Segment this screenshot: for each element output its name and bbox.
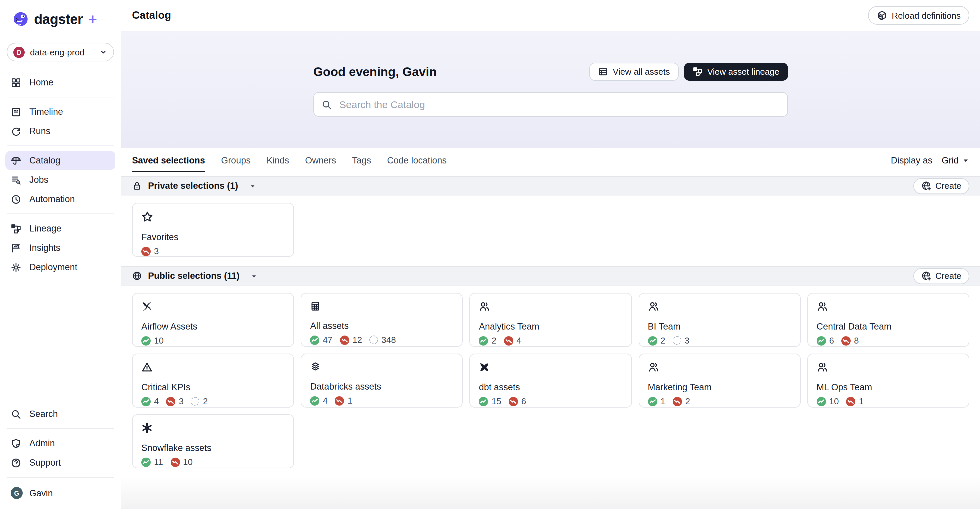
caret-down-icon <box>962 156 969 164</box>
sidebar-item-lineage[interactable]: Lineage <box>0 219 121 238</box>
selection-card-title: Snowflake assets <box>142 443 285 453</box>
materialized-success-icon <box>142 457 151 467</box>
sidebar-item-label: Admin <box>29 438 55 448</box>
sidebar-item-runs[interactable]: Runs <box>0 121 121 141</box>
tab-groups[interactable]: Groups <box>221 148 251 172</box>
status-count-success: 4 <box>310 396 327 405</box>
sidebar-item-jobs[interactable]: Jobs <box>0 170 121 190</box>
view-asset-lineage-label: View asset lineage <box>707 67 780 77</box>
status-count-failed: 3 <box>166 396 183 406</box>
status-count-value: 10 <box>154 335 164 346</box>
catalog-icon <box>11 155 21 166</box>
table-icon <box>598 67 608 77</box>
sidebar-item-label: Support <box>29 458 61 468</box>
asset-status-counts: 4 3 2 <box>142 396 285 406</box>
status-count-failed: 4 <box>504 335 521 346</box>
tab-owners[interactable]: Owners <box>305 148 336 172</box>
selection-card[interactable]: Central Data Team 6 8 <box>807 293 969 347</box>
bottom-scroll-fade <box>121 477 980 509</box>
sidebar-item-label: Insights <box>29 243 60 253</box>
timeline-icon <box>11 106 21 117</box>
status-count-value: 2 <box>685 396 690 406</box>
brand-plus-badge: + <box>88 12 97 27</box>
asset-status-counts: 3 <box>142 246 285 256</box>
materialized-success-icon <box>142 336 151 345</box>
selection-card[interactable]: dbt assets 15 6 <box>470 354 632 408</box>
sidebar-footer: Search Admin Support G Gavin <box>0 404 121 509</box>
workspace-selector[interactable]: D data-eng-prod <box>7 43 114 61</box>
status-count-value: 348 <box>381 335 396 345</box>
sidebar-item-label: Lineage <box>29 223 61 233</box>
greeting-text: Good evening, Gavin <box>313 64 437 79</box>
sidebar-item-deployment[interactable]: Deployment <box>0 257 121 277</box>
layers-icon <box>310 362 453 372</box>
sidebar-item-automation[interactable]: Automation <box>0 190 121 209</box>
sidebar-item-label: Deployment <box>29 262 77 272</box>
workspace-avatar: D <box>13 46 25 58</box>
dagster-logo-icon <box>12 11 29 28</box>
tab-code-locations[interactable]: Code locations <box>387 148 447 172</box>
status-count-value: 3 <box>179 396 183 406</box>
tab-saved-selections[interactable]: Saved selections <box>132 148 205 172</box>
sidebar-item-search[interactable]: Search <box>0 404 63 424</box>
selection-card[interactable]: Snowflake assets 11 10 <box>132 414 294 468</box>
create-button-label: Create <box>935 271 961 281</box>
display-mode-dropdown[interactable]: Grid <box>942 155 969 165</box>
status-count-value: 15 <box>492 396 501 406</box>
tab-kinds[interactable]: Kinds <box>267 148 290 172</box>
selection-card[interactable]: Favorites 3 <box>132 203 294 257</box>
sidebar-item-support[interactable]: Support <box>0 453 66 472</box>
sidebar-item-catalog[interactable]: Catalog <box>5 151 115 170</box>
section-header: Public selections (11) Create <box>121 266 980 286</box>
status-count-success: 47 <box>310 335 332 345</box>
tab-tags[interactable]: Tags <box>352 148 371 172</box>
sidebar-divider <box>7 145 114 146</box>
selection-card-title: ML Ops Team <box>817 382 960 392</box>
view-all-assets-button[interactable]: View all assets <box>589 63 679 81</box>
selection-card[interactable]: Analytics Team 2 4 <box>470 293 632 347</box>
app-window: dagster + D data-eng-prod Home Timeline … <box>0 0 980 509</box>
asset-status-counts: 1 2 <box>648 396 791 406</box>
user-menu[interactable]: G Gavin <box>0 482 121 504</box>
sidebar-item-admin[interactable]: Admin <box>0 434 60 453</box>
asset-status-counts: 10 <box>142 335 285 346</box>
selection-card[interactable]: BI Team 2 3 <box>638 293 800 347</box>
materialization-failed-icon <box>673 397 682 406</box>
sidebar-nav: Home Timeline Runs Catalog Jobs Automati… <box>0 73 121 277</box>
create-selection-button[interactable]: Create <box>913 178 969 194</box>
page-title: Catalog <box>132 10 171 21</box>
section-toggle[interactable]: Private selections (1) <box>132 181 256 191</box>
status-count-failed: 10 <box>170 457 192 467</box>
catalog-search <box>313 92 788 117</box>
search-input[interactable] <box>313 92 788 117</box>
materialization-failed-icon <box>846 397 856 406</box>
sidebar-item-insights[interactable]: Insights <box>0 238 121 257</box>
jobs-icon <box>11 174 21 185</box>
selection-card[interactable]: Critical KPIs 4 3 <box>132 354 294 408</box>
section-title: Private selections (1) <box>148 181 238 191</box>
status-count-value: 8 <box>854 335 859 346</box>
status-count-value: 11 <box>154 457 163 467</box>
materialization-failed-icon <box>170 457 180 467</box>
create-selection-button[interactable]: Create <box>913 268 969 284</box>
status-count-value: 12 <box>352 335 362 345</box>
selection-card[interactable]: Databricks assets 4 1 <box>301 354 463 408</box>
reload-definitions-button[interactable]: Reload definitions <box>868 6 969 25</box>
automation-icon <box>11 194 21 204</box>
brand-logo[interactable]: dagster + <box>0 0 121 37</box>
selection-card[interactable]: Marketing Team 1 2 <box>638 354 800 408</box>
section-toggle[interactable]: Public selections (11) <box>132 271 258 281</box>
dbt-icon <box>479 362 622 373</box>
snowflake-icon <box>142 422 285 434</box>
selection-card[interactable]: ML Ops Team 10 1 <box>807 354 969 408</box>
display-as-label: Display as <box>891 155 932 165</box>
lineage-icon <box>11 223 21 234</box>
view-asset-lineage-button[interactable]: View asset lineage <box>684 63 788 81</box>
tab-label: Code locations <box>387 155 447 165</box>
selection-card[interactable]: All assets 47 12 <box>301 293 463 347</box>
materialized-success-icon <box>310 396 319 405</box>
sidebar-item-timeline[interactable]: Timeline <box>0 102 121 121</box>
selection-card[interactable]: Airflow Assets 10 <box>132 293 294 347</box>
sidebar-item-home[interactable]: Home <box>0 73 121 92</box>
status-count-success: 1 <box>648 396 665 406</box>
